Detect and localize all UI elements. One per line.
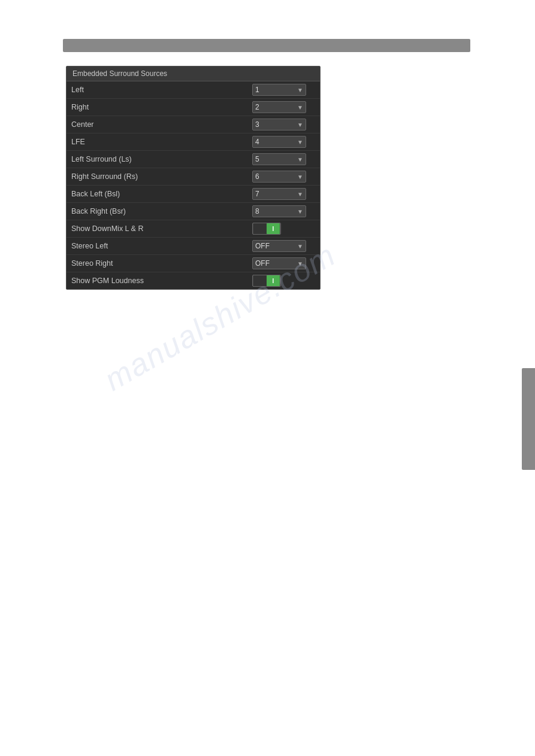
label-stereo-right: Stereo Right [71,259,252,268]
label-lfe: LFE [71,138,252,146]
label-show-pgm: Show PGM Loudness [71,277,252,285]
dropdown-right-surround[interactable]: 6 ▼ [252,171,306,183]
chevron-down-icon: ▼ [297,174,303,180]
dropdown-right[interactable]: 2 ▼ [252,101,306,113]
chevron-down-icon: ▼ [297,243,303,250]
row-right: Right 2 ▼ [67,99,320,116]
dropdown-stereo-left[interactable]: OFF ▼ [252,240,306,252]
label-stereo-left: Stereo Left [71,242,252,250]
dropdown-left-surround[interactable]: 5 ▼ [252,153,306,165]
row-center: Center 3 ▼ [67,116,320,133]
chevron-down-icon: ▼ [297,122,303,128]
control-back-right[interactable]: 8 ▼ [252,205,315,217]
control-stereo-left[interactable]: OFF ▼ [252,240,315,252]
label-right: Right [71,103,252,111]
sidebar-tab[interactable] [522,368,535,470]
control-left-surround[interactable]: 5 ▼ [252,153,315,165]
label-show-downmix: Show DownMix L & R [71,224,252,233]
panel-header: Embedded Surround Sources [67,66,320,81]
control-right-surround[interactable]: 6 ▼ [252,171,315,183]
control-center[interactable]: 3 ▼ [252,119,315,130]
toggle-off-area [253,223,267,234]
row-back-left: Back Left (Bsl) 7 ▼ [67,186,320,203]
chevron-down-icon: ▼ [297,104,303,111]
row-stereo-right: Stereo Right OFF ▼ [67,255,320,272]
chevron-down-icon: ▼ [297,87,303,93]
row-back-right: Back Right (Bsr) 8 ▼ [67,203,320,220]
label-back-left: Back Left (Bsl) [71,190,252,198]
chevron-down-icon: ▼ [297,208,303,215]
row-show-downmix: Show DownMix L & R I [67,220,320,238]
chevron-down-icon: ▼ [297,156,303,163]
control-right[interactable]: 2 ▼ [252,101,315,113]
row-right-surround: Right Surround (Rs) 6 ▼ [67,168,320,186]
control-back-left[interactable]: 7 ▼ [252,188,315,200]
chevron-down-icon: ▼ [297,139,303,145]
label-right-surround: Right Surround (Rs) [71,172,252,181]
dropdown-back-right[interactable]: 8 ▼ [252,205,306,217]
dropdown-left[interactable]: 1 ▼ [252,84,306,96]
toggle-show-downmix[interactable]: I [252,223,281,235]
dropdown-center[interactable]: 3 ▼ [252,119,306,130]
label-back-right: Back Right (Bsr) [71,207,252,215]
toggle-off-area-pgm [253,275,267,286]
dropdown-back-left[interactable]: 7 ▼ [252,188,306,200]
row-left: Left 1 ▼ [67,81,320,99]
chevron-down-icon: ▼ [297,260,303,267]
label-center: Center [71,120,252,129]
label-left: Left [71,86,252,94]
label-left-surround: Left Surround (Ls) [71,155,252,163]
dropdown-lfe[interactable]: 4 ▼ [252,136,306,148]
control-show-pgm[interactable]: I [252,275,315,287]
row-lfe: LFE 4 ▼ [67,133,320,151]
control-stereo-right[interactable]: OFF ▼ [252,257,315,269]
toggle-knob-on: I [267,223,280,234]
row-stereo-left: Stereo Left OFF ▼ [67,238,320,255]
top-bar [63,39,470,52]
control-left[interactable]: 1 ▼ [252,84,315,96]
toggle-show-pgm[interactable]: I [252,275,281,287]
chevron-down-icon: ▼ [297,191,303,198]
row-show-pgm: Show PGM Loudness I [67,272,320,289]
control-show-downmix[interactable]: I [252,223,315,235]
dropdown-stereo-right[interactable]: OFF ▼ [252,257,306,269]
row-left-surround: Left Surround (Ls) 5 ▼ [67,151,320,168]
toggle-knob-pgm: I [267,275,280,286]
embedded-surround-panel: Embedded Surround Sources Left 1 ▼ Right… [66,66,321,290]
control-lfe[interactable]: 4 ▼ [252,136,315,148]
